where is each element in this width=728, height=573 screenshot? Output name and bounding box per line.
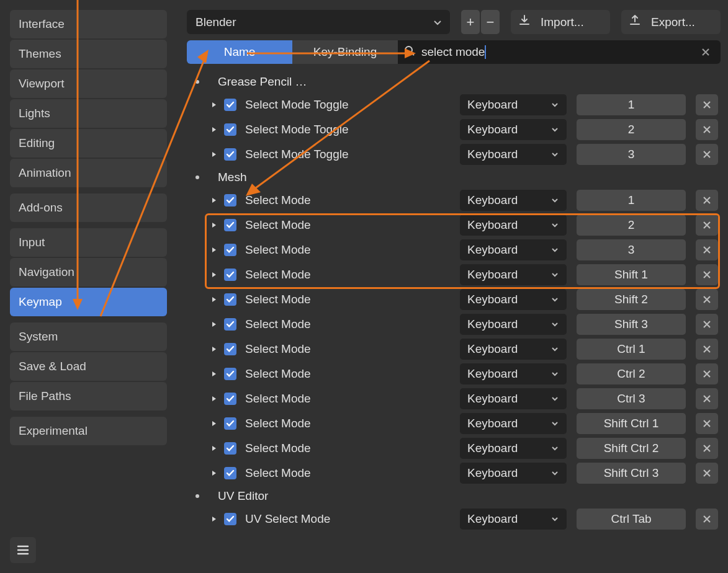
- disclosure-triangle-icon[interactable]: [209, 443, 219, 453]
- category-row[interactable]: Mesh: [187, 167, 718, 188]
- event-type-dropdown[interactable]: Keyboard: [460, 119, 567, 140]
- import-button[interactable]: Import...: [511, 10, 610, 34]
- sidebar-item-add-ons[interactable]: Add-ons: [10, 193, 167, 222]
- sidebar-item-system[interactable]: System: [10, 322, 167, 351]
- disclosure-triangle-icon[interactable]: [209, 220, 219, 230]
- disclosure-triangle-icon[interactable]: [209, 295, 219, 304]
- enable-checkbox[interactable]: [224, 219, 236, 231]
- event-type-dropdown[interactable]: Keyboard: [460, 339, 567, 360]
- sidebar-item-themes[interactable]: Themes: [10, 40, 167, 68]
- disclosure-triangle-icon[interactable]: [209, 369, 219, 379]
- event-type-dropdown[interactable]: Keyboard: [460, 289, 567, 310]
- enable-checkbox[interactable]: [224, 442, 236, 455]
- event-type-dropdown[interactable]: Keyboard: [460, 239, 567, 260]
- sidebar-item-lights[interactable]: Lights: [10, 99, 167, 128]
- event-type-dropdown[interactable]: Keyboard: [460, 94, 567, 115]
- shortcut-button[interactable]: Shift 1: [577, 264, 686, 285]
- enable-checkbox[interactable]: [224, 393, 236, 405]
- sidebar-item-interface[interactable]: Interface: [10, 10, 167, 38]
- enable-checkbox[interactable]: [224, 417, 236, 430]
- remove-keymap-button[interactable]: [696, 215, 718, 236]
- enable-checkbox[interactable]: [224, 123, 236, 136]
- event-type-dropdown[interactable]: Keyboard: [460, 509, 567, 530]
- remove-keymap-button[interactable]: [696, 363, 718, 384]
- enable-checkbox[interactable]: [224, 99, 236, 111]
- sidebar-item-save-load[interactable]: Save & Load: [10, 352, 167, 381]
- enable-checkbox[interactable]: [224, 293, 236, 306]
- sidebar-item-experimental[interactable]: Experimental: [10, 417, 167, 445]
- remove-keymap-button[interactable]: [696, 509, 718, 530]
- search-input[interactable]: select mode: [421, 45, 486, 59]
- disclosure-triangle-icon[interactable]: [209, 514, 219, 524]
- remove-keymap-button[interactable]: [696, 190, 718, 211]
- enable-checkbox[interactable]: [224, 513, 236, 525]
- enable-checkbox[interactable]: [224, 194, 236, 207]
- enable-checkbox[interactable]: [224, 467, 236, 479]
- disclosure-triangle-icon[interactable]: [209, 468, 219, 478]
- remove-keymap-button[interactable]: [696, 144, 718, 165]
- preset-add-button[interactable]: +: [461, 10, 480, 34]
- shortcut-button[interactable]: Ctrl 1: [577, 339, 686, 360]
- shortcut-button[interactable]: 2: [577, 215, 686, 236]
- shortcut-button[interactable]: 3: [577, 144, 686, 165]
- event-type-dropdown[interactable]: Keyboard: [460, 144, 567, 165]
- disclosure-triangle-icon[interactable]: [209, 319, 219, 329]
- event-type-dropdown[interactable]: Keyboard: [460, 413, 567, 434]
- sidebar-item-animation[interactable]: Animation: [10, 159, 167, 187]
- remove-keymap-button[interactable]: [696, 463, 718, 484]
- filter-tab-keybinding[interactable]: Key-Binding: [292, 40, 398, 64]
- remove-keymap-button[interactable]: [696, 94, 718, 115]
- sidebar-item-navigation[interactable]: Navigation: [10, 258, 167, 286]
- remove-keymap-button[interactable]: [696, 239, 718, 260]
- remove-keymap-button[interactable]: [696, 339, 718, 360]
- sidebar-item-input[interactable]: Input: [10, 228, 167, 257]
- preset-remove-button[interactable]: −: [481, 10, 500, 34]
- disclosure-triangle-icon[interactable]: [209, 419, 219, 429]
- remove-keymap-button[interactable]: [696, 438, 718, 459]
- hamburger-menu-button[interactable]: [10, 537, 36, 563]
- shortcut-button[interactable]: 2: [577, 119, 686, 140]
- shortcut-button[interactable]: Ctrl 3: [577, 388, 686, 409]
- shortcut-button[interactable]: Ctrl 2: [577, 363, 686, 384]
- enable-checkbox[interactable]: [224, 269, 236, 281]
- disclosure-triangle-icon[interactable]: [209, 270, 219, 280]
- shortcut-button[interactable]: Shift Ctrl 3: [577, 463, 686, 484]
- disclosure-triangle-icon[interactable]: [209, 394, 219, 404]
- event-type-dropdown[interactable]: Keyboard: [460, 463, 567, 484]
- enable-checkbox[interactable]: [224, 368, 236, 380]
- enable-checkbox[interactable]: [224, 148, 236, 161]
- sidebar-item-keymap[interactable]: Keymap: [10, 288, 167, 316]
- event-type-dropdown[interactable]: Keyboard: [460, 215, 567, 236]
- disclosure-triangle-icon[interactable]: [209, 125, 219, 135]
- remove-keymap-button[interactable]: [696, 388, 718, 409]
- remove-keymap-button[interactable]: [696, 289, 718, 310]
- sidebar-item-file-paths[interactable]: File Paths: [10, 382, 167, 411]
- event-type-dropdown[interactable]: Keyboard: [460, 438, 567, 459]
- disclosure-triangle-icon[interactable]: [209, 149, 219, 159]
- disclosure-triangle-icon[interactable]: [209, 195, 219, 205]
- export-button[interactable]: Export...: [621, 10, 721, 34]
- shortcut-button[interactable]: Shift 3: [577, 314, 686, 335]
- shortcut-button[interactable]: 1: [577, 94, 686, 115]
- remove-keymap-button[interactable]: [696, 264, 718, 285]
- remove-keymap-button[interactable]: [696, 413, 718, 434]
- enable-checkbox[interactable]: [224, 244, 236, 256]
- remove-keymap-button[interactable]: [696, 314, 718, 335]
- disclosure-triangle-icon[interactable]: [209, 344, 219, 354]
- event-type-dropdown[interactable]: Keyboard: [460, 363, 567, 384]
- keymap-preset-dropdown[interactable]: Blender: [187, 10, 450, 34]
- shortcut-button[interactable]: 3: [577, 239, 686, 260]
- event-type-dropdown[interactable]: Keyboard: [460, 190, 567, 211]
- sidebar-item-viewport[interactable]: Viewport: [10, 69, 167, 98]
- shortcut-button[interactable]: Shift Ctrl 1: [577, 413, 686, 434]
- shortcut-button[interactable]: Shift 2: [577, 289, 686, 310]
- clear-search-button[interactable]: [697, 43, 714, 61]
- remove-keymap-button[interactable]: [696, 119, 718, 140]
- event-type-dropdown[interactable]: Keyboard: [460, 264, 567, 285]
- enable-checkbox[interactable]: [224, 318, 236, 331]
- shortcut-button[interactable]: 1: [577, 190, 686, 211]
- shortcut-button[interactable]: Shift Ctrl 2: [577, 438, 686, 459]
- event-type-dropdown[interactable]: Keyboard: [460, 388, 567, 409]
- shortcut-button[interactable]: Ctrl Tab: [577, 509, 686, 530]
- sidebar-item-editing[interactable]: Editing: [10, 129, 167, 158]
